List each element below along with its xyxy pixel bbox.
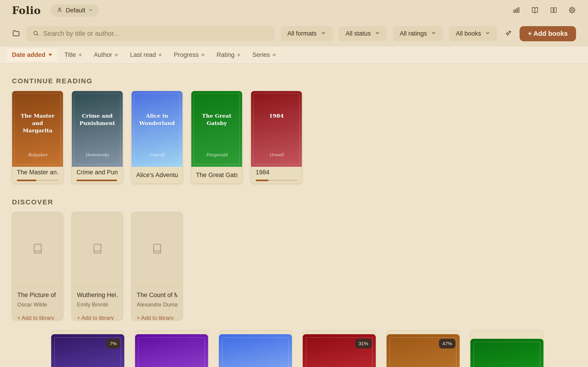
book-author: Alexandre Dumas [137,301,177,308]
sort-progress[interactable]: Progress [174,51,204,58]
book-title: Wuthering Hei… [77,292,118,299]
sparkles-icon [504,29,512,38]
profile-switcher[interactable]: Default [51,4,99,17]
reader-button[interactable] [531,6,539,15]
cover-title: Crime and Punishment [72,112,123,127]
sort-diamond-icon [237,53,241,57]
sort-diamond-icon [272,53,276,57]
sort-diamond-icon [115,53,118,57]
gear-icon [568,6,576,15]
chevron-down-icon [431,30,436,37]
discover-card-footer: The Picture of … Oscar Wilde + Add to li… [12,286,63,320]
sort-date-added-label: Date added [12,51,45,58]
book-card[interactable]: 47% [386,331,460,367]
book-title: Crime and Puni… [77,169,118,176]
book-author: Oscar Wilde [17,301,58,308]
cover-title: The Great Gatsby [191,112,242,127]
add-to-library-link[interactable]: + Add to library [17,315,54,320]
book-card[interactable] [135,331,208,367]
book-card[interactable]: Crime and Punishment Dostoevsky Crime an… [72,91,123,184]
book-card-footer: Crime and Puni… [72,167,123,183]
book-cover: The Great Gatsby Fitzgerald [191,91,242,167]
sort-last-read-label: Last read [130,51,156,58]
progress-bar [256,180,297,181]
sort-diamond-icon [201,53,205,57]
progress-fill [77,180,117,181]
filter-books[interactable]: All books [449,26,497,41]
continue-reading-shelf: The Master and Margarita Bulgakov The Ma… [12,91,576,184]
sort-date-added[interactable]: Date added [7,48,57,61]
filter-ratings-label: All ratings [400,30,427,37]
sort-author[interactable]: Author [94,51,118,58]
book-card-footer: Alice's Adventu… [132,167,182,183]
chevron-down-icon [375,30,380,37]
sort-diamond-icon [158,53,162,57]
cover-title: The Master and Margarita [12,112,63,134]
chevron-down-icon [88,7,93,14]
book-card[interactable] [219,331,292,367]
book-card[interactable] [470,331,544,367]
book-cover: The Master and Margarita Bulgakov [12,91,63,167]
book-card[interactable]: Alice in Wonderland Carroll Alice's Adve… [131,91,183,184]
book-card-footer: The Great Gats… [191,167,242,183]
toolbar: All formats All status All ratings All b… [0,21,588,46]
book-title: The Picture of … [17,292,58,299]
discover-card[interactable]: Wuthering Hei… Emily Brontë + Add to lib… [72,212,123,320]
sort-last-read[interactable]: Last read [130,51,162,58]
book-card[interactable]: 31% [303,331,376,367]
sort-series[interactable]: Series [252,51,276,58]
progress-fill [17,180,36,181]
app-header: Folio Default [0,0,588,21]
book-icon [152,243,162,255]
book-title: 1984 [256,169,297,176]
book-card[interactable]: The Great Gatsby Fitzgerald The Great Ga… [191,91,242,184]
book-cover: 47% [387,334,460,367]
cover-author: Fitzgerald [206,152,228,157]
stats-button[interactable] [513,6,520,15]
book-cover [135,334,208,367]
filter-ratings[interactable]: All ratings [393,26,443,41]
sort-bar: Date added Title Author Last read Progre… [0,46,588,64]
progress-bar [17,180,58,181]
search-bar [26,26,275,41]
continue-reading-heading: CONTINUE READING [12,77,576,85]
book-cover [219,334,292,367]
search-input[interactable] [43,30,268,37]
search-icon [33,30,39,37]
add-to-library-link[interactable]: + Add to library [137,315,174,320]
book-card[interactable]: 1984 Orwell 1984 [251,91,302,184]
book-card[interactable]: The Master and Margarita Bulgakov The Ma… [12,91,63,184]
sort-rating-label: Rating [216,51,234,58]
surprise-button[interactable] [504,29,512,38]
discover-card-footer: Wuthering Hei… Emily Brontë + Add to lib… [72,286,123,320]
book-author: Emily Brontë [77,301,118,308]
collections-button[interactable] [12,29,20,38]
sort-title-label: Title [65,51,76,58]
folder-icon [12,29,20,38]
discover-card-footer: The Count of M… Alexandre Dumas + Add to… [132,286,182,320]
layout-button[interactable] [550,6,557,15]
filter-formats[interactable]: All formats [280,26,333,41]
book-card-footer: 1984 [251,167,302,183]
add-to-library-link[interactable]: + Add to library [77,315,114,320]
add-books-button[interactable]: + Add books [519,26,576,41]
discover-card[interactable]: The Picture of … Oscar Wilde + Add to li… [12,212,63,320]
book-title: Alice's Adventu… [136,172,178,179]
progress-badge: 7% [106,339,120,348]
sort-rating[interactable]: Rating [216,51,240,58]
sort-title[interactable]: Title [65,51,82,58]
settings-button[interactable] [568,6,576,15]
columns-icon [550,6,557,15]
sort-author-label: Author [94,51,112,58]
main-content: CONTINUE READING The Master and Margarit… [0,64,588,367]
discover-card[interactable]: The Count of M… Alexandre Dumas + Add to… [131,212,183,320]
book-icon [32,243,43,255]
book-card[interactable]: 7% [51,331,124,367]
cover-placeholder [132,212,182,286]
cover-placeholder [12,212,63,286]
cover-title: Alice in Wonderland [132,112,182,127]
filter-status[interactable]: All status [339,26,387,41]
app-logo: Folio [12,5,41,16]
library-shelf: 7% 31% 47% [51,331,576,367]
progress-badge: 47% [439,339,456,348]
